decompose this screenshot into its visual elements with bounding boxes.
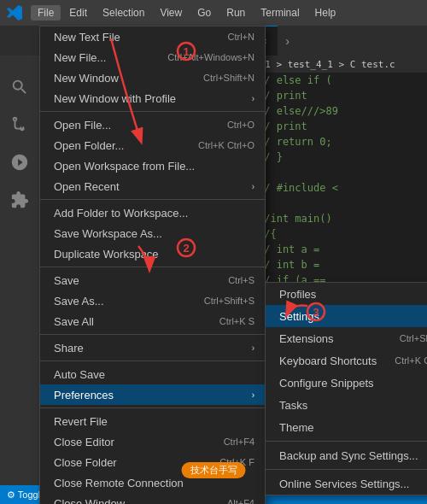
menu-share[interactable]: Share › — [40, 337, 265, 358]
menu-new-file[interactable]: New File... Ctrl+Alt+Windows+N — [40, 47, 265, 67]
menu-open-recent[interactable]: Open Recent › — [40, 176, 265, 196]
menu-sep-2 — [40, 199, 265, 200]
submenu-online-services[interactable]: Online Services Settings... — [266, 472, 427, 495]
menu-revert-file[interactable]: Revert File — [40, 411, 265, 431]
extensions-icon[interactable] — [3, 183, 37, 217]
menu-sep-3 — [40, 267, 265, 267]
menu-new-window[interactable]: New Window Ctrl+Shift+N — [40, 67, 265, 88]
submenu-configure-snippets[interactable]: Configure Snippets — [266, 372, 427, 394]
menu-open-workspace[interactable]: Open Workspace from File... — [40, 155, 265, 176]
line-content: // int a = — [258, 243, 319, 255]
menu-new-text-file[interactable]: New Text File Ctrl+N — [40, 26, 265, 47]
run-debug-icon[interactable] — [3, 145, 37, 179]
submenu-sep-1 — [266, 441, 427, 442]
submenu-tasks[interactable]: Tasks — [266, 394, 427, 416]
menu-preferences[interactable]: Preferences › — [40, 384, 265, 405]
submenu-backup-sync[interactable]: Backup and Sync Settings... — [266, 444, 427, 466]
submenu-profiles[interactable]: Profiles › — [266, 283, 427, 305]
vscode-icon — [7, 5, 22, 21]
menu-sep-1 — [40, 111, 265, 112]
menu-sep-6 — [40, 407, 265, 408]
menu-auto-save[interactable]: Auto Save — [40, 364, 265, 384]
submenu-extensions[interactable]: Extensions Ctrl+Shift+X — [266, 327, 427, 349]
menu-duplicate-workspace[interactable]: Duplicate Workspace — [40, 243, 265, 264]
go-menu-item[interactable]: Go — [190, 5, 218, 21]
menu-bar: File Edit Selection View Go Run Terminal… — [31, 5, 342, 21]
menu-new-window-profile[interactable]: New Window with Profile › — [40, 88, 265, 108]
line-content: //int main() — [258, 213, 332, 225]
submenu-keyboard-shortcuts[interactable]: Keyboard Shortcuts Ctrl+K Ctrl+S — [266, 349, 427, 372]
run-menu-item[interactable]: Run — [219, 5, 252, 21]
watermark: 技术台手写 — [182, 462, 246, 478]
submenu-theme[interactable]: Theme › — [266, 416, 427, 438]
activity-bar — [0, 26, 39, 504]
line-content: // else if ( — [258, 74, 332, 86]
selection-menu-item[interactable]: Selection — [96, 5, 151, 21]
terminal-menu-item[interactable]: Terminal — [254, 5, 306, 21]
line-content: // #include < — [258, 182, 338, 194]
search-icon[interactable] — [3, 70, 37, 104]
menu-close-editor[interactable]: Close Editor Ctrl+F4 — [40, 431, 265, 452]
menu-sep-4 — [40, 334, 265, 335]
line-content: // int b = — [258, 259, 319, 271]
menu-open-folder[interactable]: Open Folder... Ctrl+K Ctrl+O — [40, 135, 265, 155]
preferences-submenu: Profiles › Settings Ctrl+, Extensions Ct… — [265, 282, 427, 495]
view-menu-item[interactable]: View — [153, 5, 189, 21]
submenu-sep-2 — [266, 469, 427, 470]
menu-save-as[interactable]: Save As... Ctrl+Shift+S — [40, 290, 265, 311]
file-menu-item[interactable]: File — [31, 5, 61, 21]
menu-sep-5 — [40, 360, 265, 361]
menu-save[interactable]: Save Ctrl+S — [40, 270, 265, 290]
menu-save-workspace[interactable]: Save Workspace As... — [40, 223, 265, 243]
title-bar: File Edit Selection View Go Run Terminal… — [0, 0, 427, 26]
edit-menu-item[interactable]: Edit — [62, 5, 94, 21]
menu-close-window[interactable]: Close Window Alt+F4 — [40, 493, 265, 504]
file-menu-dropdown: New Text File Ctrl+N New File... Ctrl+Al… — [39, 26, 266, 504]
submenu-settings[interactable]: Settings Ctrl+, — [266, 305, 427, 327]
menu-save-all[interactable]: Save All Ctrl+K S — [40, 311, 265, 331]
menu-add-folder[interactable]: Add Folder to Workspace... — [40, 202, 265, 223]
tab-scroll-btn[interactable]: › — [278, 26, 298, 56]
line-content: // return 0; — [258, 136, 332, 148]
help-menu-item[interactable]: Help — [308, 5, 343, 21]
menu-open-file[interactable]: Open File... Ctrl+O — [40, 114, 265, 135]
line-content: // else///>89 — [258, 105, 338, 117]
source-control-icon[interactable] — [3, 108, 37, 142]
